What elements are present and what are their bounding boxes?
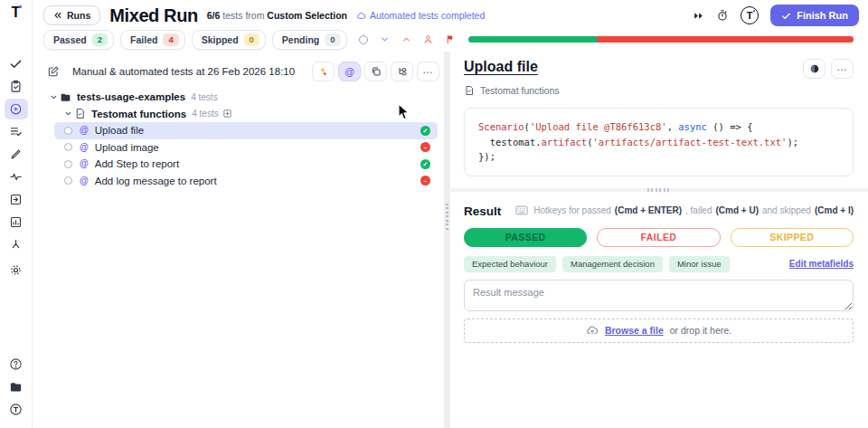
settings-gear-icon[interactable]	[5, 260, 28, 281]
help-icon[interactable]	[5, 354, 28, 375]
runs-icon[interactable]	[5, 99, 28, 119]
result-message-input[interactable]	[464, 280, 854, 311]
back-to-runs-button[interactable]: Runs	[43, 5, 100, 25]
filter-badge-label: Passed	[53, 34, 87, 45]
filter-badge-count: 4	[163, 33, 178, 46]
edit-metafields-link[interactable]: Edit metafields	[789, 259, 854, 269]
mark-passed-button[interactable]: PASSED	[464, 228, 587, 247]
tests-count: 6/6	[207, 10, 221, 21]
chevron-down-icon[interactable]	[61, 109, 74, 118]
test-plans-icon[interactable]	[5, 76, 28, 97]
filter-badge-passed[interactable]: Passed2	[43, 30, 114, 50]
run-description: Manual & automated tests at 26 Feb 2026 …	[72, 66, 312, 77]
code-line: });	[478, 149, 839, 165]
status-circle-icon[interactable]	[359, 35, 368, 44]
filter-badge-pending[interactable]: Pending0	[272, 30, 347, 50]
browse-file-link[interactable]: Browse a file	[605, 325, 664, 336]
automated-test-icon: @	[80, 143, 89, 152]
test-breadcrumb[interactable]: Testomat functions	[464, 85, 854, 96]
app-logo-icon[interactable]: T	[12, 5, 21, 20]
check-icon	[781, 11, 791, 21]
reports-icon[interactable]	[5, 212, 28, 233]
finish-run-button[interactable]: Finish Run	[770, 5, 859, 26]
tests-check-icon[interactable]	[5, 53, 28, 74]
file-dropzone[interactable]: Browse a file or drop it here.	[464, 319, 854, 343]
tree-structure-button[interactable]	[391, 62, 413, 81]
import-icon[interactable]	[5, 189, 28, 210]
test-row[interactable]: @Add log message to report–	[54, 173, 438, 190]
test-code-block[interactable]: Scenario('Upload file @T86f613c8', async…	[464, 108, 854, 176]
filter-bar: Passed2Failed4Skipped0Pending0	[33, 27, 868, 52]
top-bar: Runs Mixed Run 6/6 tests from Custom Sel…	[33, 0, 868, 27]
branches-icon[interactable]	[5, 234, 28, 255]
assignee-icon[interactable]	[423, 34, 433, 44]
activity-icon[interactable]	[5, 166, 28, 187]
run-subtitle: 6/6 tests from Custom Selection	[207, 10, 347, 21]
more-options-button[interactable]: …	[417, 62, 439, 81]
chevron-down-icon[interactable]	[47, 93, 60, 101]
automated-test-icon: @	[80, 176, 89, 185]
sort-descending-icon[interactable]	[380, 34, 390, 44]
keyboard-icon	[515, 205, 528, 215]
test-row[interactable]: @Upload file✓	[54, 122, 438, 139]
copy-button[interactable]	[364, 62, 387, 81]
back-to-runs-label: Runs	[67, 10, 90, 21]
folder-row[interactable]: tests-usage-examples 4 tests	[42, 89, 439, 106]
metafield-tag[interactable]: Expected behaviour	[464, 256, 556, 272]
result-buttons: PASSEDFAILEDSKIPPED	[464, 228, 854, 247]
automated-filter-button[interactable]: @	[338, 62, 361, 81]
test-name: Add Step to report	[95, 158, 179, 169]
filter-badge-failed[interactable]: Failed4	[120, 30, 185, 50]
automated-tests-status-link[interactable]: Automated tests completed	[356, 10, 485, 21]
test-checkbox[interactable]	[64, 176, 72, 185]
folder-name: tests-usage-examples	[77, 91, 185, 102]
run-progress-bar	[468, 36, 854, 43]
result-heading: Result	[464, 204, 501, 218]
filter-badge-skipped[interactable]: Skipped0	[192, 30, 266, 50]
projects-folder-icon[interactable]	[5, 376, 28, 397]
status-passed-icon: ✓	[420, 126, 430, 136]
status-failed-icon: –	[420, 176, 430, 185]
ai-magic-button[interactable]	[312, 62, 335, 81]
panel-resize-handle[interactable]	[444, 52, 450, 428]
status-passed-icon: ✓	[420, 159, 430, 169]
mark-skipped-button[interactable]: SKIPPED	[731, 228, 854, 247]
test-checkbox[interactable]	[64, 143, 72, 151]
folder-icon	[60, 91, 71, 103]
section-resize-handle[interactable]	[450, 188, 868, 192]
metafield-tag[interactable]: Management decision	[562, 256, 663, 272]
flag-icon[interactable]	[445, 34, 455, 44]
automated-test-icon: @	[80, 126, 89, 135]
test-title[interactable]: Upload file	[464, 59, 538, 75]
drag-grip-icon	[446, 204, 448, 231]
test-checkbox[interactable]	[64, 127, 72, 135]
drag-grip-icon	[647, 188, 671, 192]
user-avatar[interactable]: T	[741, 6, 759, 24]
add-test-icon[interactable]	[222, 109, 232, 119]
test-tree: tests-usage-examples 4 tests Testomat fu…	[42, 89, 439, 189]
left-rail: T	[0, 0, 33, 428]
mark-failed-button[interactable]: FAILED	[597, 228, 720, 247]
folder-test-count: 4 tests	[191, 92, 217, 102]
history-contrast-button[interactable]	[803, 59, 826, 79]
filter-badge-count: 2	[92, 33, 108, 46]
test-row[interactable]: @Upload image–	[54, 139, 438, 157]
sort-ascending-icon[interactable]	[401, 34, 411, 44]
progress-passed-segment	[468, 36, 597, 43]
workspace-logo-icon[interactable]	[5, 399, 28, 420]
fast-forward-icon[interactable]	[693, 10, 704, 22]
suite-row[interactable]: Testomat functions 4 tests	[42, 106, 439, 123]
test-detail-panel: Upload file … Testomat functions Scenari…	[450, 52, 868, 428]
test-name: Upload file	[95, 125, 144, 136]
code-line: Scenario('Upload file @T86f613c8', async…	[478, 119, 839, 135]
timer-icon[interactable]	[716, 9, 729, 22]
test-row[interactable]: @Add Step to report✓	[54, 156, 438, 173]
edit-run-icon[interactable]	[47, 65, 60, 78]
metafield-tag[interactable]: Minor issue	[669, 256, 730, 272]
more-options-button[interactable]: …	[831, 59, 854, 79]
test-checkbox[interactable]	[64, 160, 72, 168]
upload-cloud-icon	[586, 324, 599, 337]
pen-icon[interactable]	[5, 144, 28, 165]
checklist-icon[interactable]	[5, 121, 28, 142]
status-failed-icon: –	[420, 142, 430, 152]
